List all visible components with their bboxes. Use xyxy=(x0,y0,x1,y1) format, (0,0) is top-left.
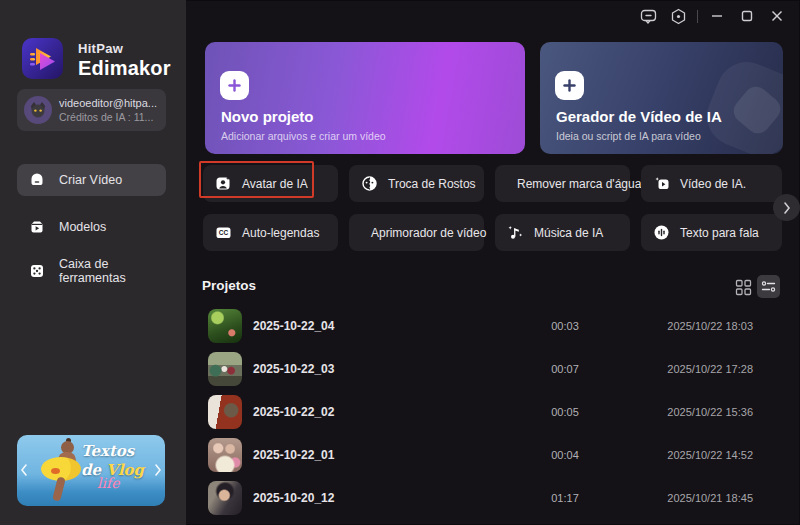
project-date: 2025/10/22 14:52 xyxy=(667,449,753,461)
brand-name: HitPaw xyxy=(78,41,171,56)
project-date: 2025/10/22 18:03 xyxy=(667,320,753,332)
project-thumbnail xyxy=(208,481,242,515)
sidebar-item-label: Modelos xyxy=(59,220,106,234)
chevron-right-icon xyxy=(783,202,791,214)
project-duration: 00:04 xyxy=(535,449,595,461)
ai-avatar-icon xyxy=(215,175,232,192)
feature-label: Música de IA xyxy=(534,226,603,240)
project-date: 2025/10/22 15:36 xyxy=(667,406,753,418)
banner-next-arrow-icon[interactable] xyxy=(152,462,164,478)
account-card[interactable]: videoeditor@hitpa... Créditos de IA : 11… xyxy=(17,89,166,131)
banner-word1: Textos xyxy=(81,442,134,460)
project-thumbnail xyxy=(208,309,242,343)
card-title: Novo projeto xyxy=(221,108,314,125)
projects-list: 2025-10-22_04 00:03 2025/10/22 18:03 202… xyxy=(202,304,783,519)
avatar xyxy=(24,96,52,124)
settings-icon[interactable] xyxy=(663,0,693,32)
card-title: Gerador de Vídeo de IA xyxy=(556,108,722,125)
project-date: 2025/10/22 17:28 xyxy=(667,363,753,375)
feature-label: Auto-legendas xyxy=(242,226,319,240)
create-video-icon xyxy=(29,172,45,188)
project-row[interactable]: 2025-10-22_03 00:07 2025/10/22 17:28 xyxy=(202,347,783,390)
banner-prev-arrow-icon[interactable] xyxy=(18,462,30,478)
auto-captions-icon: CC xyxy=(215,224,232,241)
feature-auto-captions-button[interactable]: CC Auto-legendas xyxy=(203,214,338,251)
account-credits: Créditos de IA : 11... xyxy=(59,111,157,123)
banner-script-word: life xyxy=(97,475,119,491)
minimize-button[interactable] xyxy=(702,0,732,32)
close-button[interactable] xyxy=(762,0,792,32)
project-thumbnail xyxy=(208,352,242,386)
project-thumbnail xyxy=(208,395,242,429)
feature-label: Remover marca d'água xyxy=(517,177,641,191)
project-duration: 00:05 xyxy=(535,406,595,418)
feature-text-to-speech-button[interactable]: Texto para fala xyxy=(641,214,782,251)
project-row[interactable]: 2025-10-22_01 00:04 2025/10/22 14:52 xyxy=(202,433,783,476)
project-name: 2025-10-22_01 xyxy=(253,448,334,462)
titlebar xyxy=(186,0,800,32)
titlebar-separator xyxy=(697,10,698,23)
feedback-icon[interactable] xyxy=(633,0,663,32)
feature-ai-video-button[interactable]: Vídeo de IA. xyxy=(641,165,782,202)
list-view-icon[interactable] xyxy=(757,275,780,298)
maximize-button[interactable] xyxy=(732,0,762,32)
project-duration: 00:07 xyxy=(535,363,595,375)
project-name: 2025-10-22_03 xyxy=(253,362,334,376)
app-window: HitPaw Edimakor videoeditor@hitpa... Cré… xyxy=(0,0,800,525)
plus-icon xyxy=(555,71,584,100)
projects-title: Projetos xyxy=(202,278,256,293)
feature-label: Aprimorador de vídeo xyxy=(371,226,486,240)
text-to-speech-icon xyxy=(653,224,670,241)
card-subtitle: Adicionar arquivos e criar um vídeo xyxy=(221,130,386,142)
sidebar: HitPaw Edimakor videoeditor@hitpa... Cré… xyxy=(0,0,186,525)
sidebar-item-caixa-de-ferramentas[interactable]: Caixa de ferramentas xyxy=(17,255,166,287)
ai-video-generator-card[interactable]: Gerador de Vídeo de IA Ideia ou script d… xyxy=(540,42,783,154)
toolbox-icon xyxy=(29,263,45,279)
plus-icon xyxy=(220,71,249,100)
brand-product: Edimakor xyxy=(78,57,171,80)
feature-label: Avatar de IA xyxy=(242,177,308,191)
banner-art xyxy=(51,468,60,474)
features-next-button[interactable] xyxy=(773,194,800,221)
feature-label: Vídeo de IA. xyxy=(680,177,746,191)
feature-ai-avatar-button[interactable]: Avatar de IA xyxy=(203,165,338,202)
project-row[interactable]: 2025-10-20_12 01:17 2025/10/21 18:45 xyxy=(202,476,783,519)
project-duration: 01:17 xyxy=(535,492,595,504)
brand-block: HitPaw Edimakor xyxy=(78,41,171,80)
project-name: 2025-10-22_04 xyxy=(253,319,334,333)
feature-label: Troca de Rostos xyxy=(388,177,476,191)
feature-video-enhancer-button[interactable]: Aprimorador de vídeo xyxy=(349,214,484,251)
promo-banner[interactable]: Textos de Vlog life xyxy=(17,435,165,506)
edimakor-logo-icon xyxy=(22,38,63,79)
project-name: 2025-10-22_02 xyxy=(253,405,334,419)
project-row[interactable]: 2025-10-22_02 00:05 2025/10/22 15:36 xyxy=(202,390,783,433)
feature-face-swap-button[interactable]: Troca de Rostos xyxy=(349,165,484,202)
sidebar-item-modelos[interactable]: Modelos xyxy=(17,211,166,243)
grid-view-icon[interactable] xyxy=(735,279,752,296)
card-subtitle: Ideia ou script de IA para vídeo xyxy=(556,130,701,142)
cc-glyph: CC xyxy=(219,229,229,236)
new-project-card[interactable]: Novo projeto Adicionar arquivos e criar … xyxy=(205,42,525,154)
project-thumbnail xyxy=(208,438,242,472)
account-email: videoeditor@hitpa... xyxy=(59,97,157,109)
feature-label: Texto para fala xyxy=(680,226,759,240)
project-name: 2025-10-20_12 xyxy=(253,491,334,505)
project-date: 2025/10/21 18:45 xyxy=(667,492,753,504)
project-row[interactable]: 2025-10-22_04 00:03 2025/10/22 18:03 xyxy=(202,304,783,347)
project-duration: 00:03 xyxy=(535,320,595,332)
sidebar-item-label: Caixa de ferramentas xyxy=(59,257,166,285)
ai-music-icon xyxy=(507,224,524,241)
feature-ai-music-button[interactable]: Música de IA xyxy=(495,214,630,251)
account-texts: videoeditor@hitpa... Créditos de IA : 11… xyxy=(59,97,157,123)
sidebar-item-label: Criar Vídeo xyxy=(59,173,122,187)
sidebar-item-criar-video[interactable]: Criar Vídeo xyxy=(17,164,166,196)
feature-watermark-remover-button[interactable]: Remover marca d'água xyxy=(495,165,630,202)
templates-icon xyxy=(29,219,45,235)
face-swap-icon xyxy=(361,175,378,192)
ai-video-icon xyxy=(653,175,670,192)
